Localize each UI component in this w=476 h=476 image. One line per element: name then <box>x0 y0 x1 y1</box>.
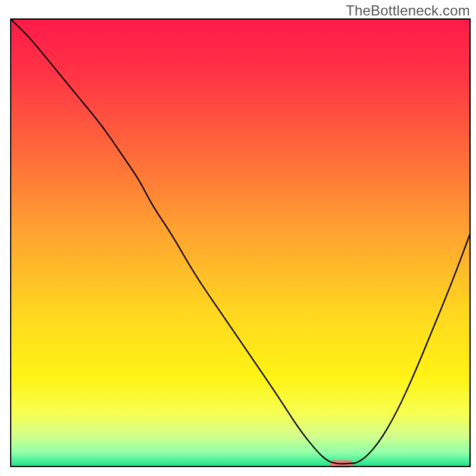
plot-area <box>11 19 470 468</box>
chart-svg <box>0 0 476 476</box>
gradient-background <box>11 19 470 466</box>
watermark-text: TheBottleneck.com <box>346 2 470 19</box>
bottleneck-chart: TheBottleneck.com <box>0 0 476 476</box>
